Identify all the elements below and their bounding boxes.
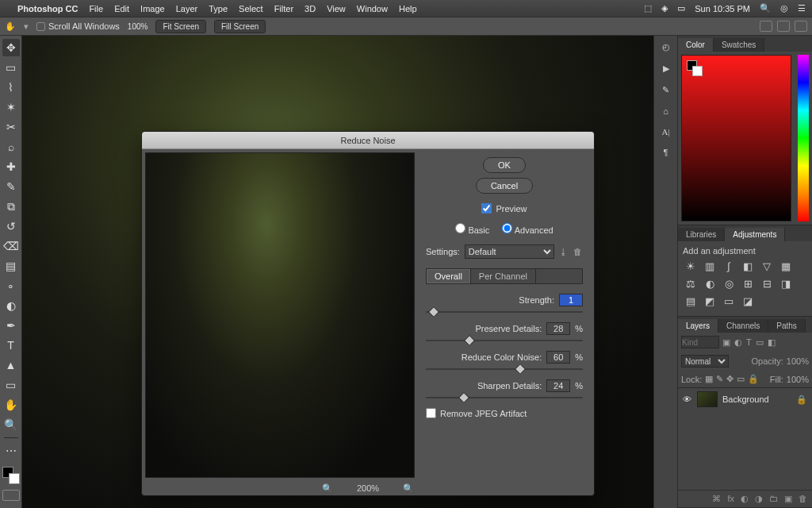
paragraph-panel-icon[interactable]: ¶ <box>664 148 668 157</box>
reduce-color-input[interactable] <box>546 351 570 364</box>
new-layer-icon[interactable]: ▣ <box>784 494 792 504</box>
ok-button[interactable]: OK <box>483 157 526 173</box>
mode-basic[interactable]: Basic <box>455 223 489 235</box>
brush-tool[interactable]: ✎ <box>2 178 20 195</box>
lock-paint-icon[interactable]: ✎ <box>716 374 723 384</box>
remove-jpeg-checkbox[interactable] <box>426 408 436 418</box>
fill-value[interactable]: 100% <box>787 375 809 384</box>
sharpen-details-input[interactable] <box>546 379 570 392</box>
curves-icon[interactable]: ∫ <box>722 260 735 271</box>
lock-icon[interactable]: 🔒 <box>796 394 807 405</box>
search-icon[interactable] <box>777 21 790 32</box>
bw-icon[interactable]: ◐ <box>703 278 716 289</box>
visibility-icon[interactable]: 👁 <box>683 394 692 404</box>
tab-paths[interactable]: Paths <box>768 319 806 333</box>
pen-tool[interactable]: ✒ <box>2 317 20 334</box>
opacity-value[interactable]: 100% <box>787 356 809 366</box>
selective-color-icon[interactable]: ◪ <box>741 295 754 306</box>
path-select-tool[interactable]: ▲ <box>2 356 20 374</box>
menu-extras-icon[interactable]: ☰ <box>798 3 806 13</box>
color-field[interactable] <box>681 55 791 221</box>
subtab-overall[interactable]: Overall <box>427 269 471 283</box>
color-swatches[interactable] <box>2 467 20 484</box>
zoom-out-icon[interactable]: 🔍 <box>322 483 333 494</box>
preserve-details-slider[interactable] <box>426 340 583 341</box>
quick-select-tool[interactable]: ✶ <box>2 98 20 116</box>
zoom-in-icon[interactable]: 🔍 <box>403 483 414 494</box>
lock-position-icon[interactable]: ✥ <box>726 374 733 384</box>
delete-preset-icon[interactable]: 🗑 <box>573 247 583 256</box>
lock-artboard-icon[interactable]: ▭ <box>737 374 745 384</box>
menu-view[interactable]: View <box>327 4 346 13</box>
app-name[interactable]: Photoshop CC <box>17 4 78 13</box>
filter-shape-icon[interactable]: ▭ <box>756 337 764 348</box>
preserve-details-input[interactable] <box>546 322 570 335</box>
filter-pixel-icon[interactable]: ▣ <box>722 337 730 348</box>
eyedropper-tool[interactable]: ⌕ <box>2 138 20 156</box>
zoom-value[interactable]: 100% <box>128 22 148 31</box>
tab-libraries[interactable]: Libraries <box>678 228 725 241</box>
levels-icon[interactable]: ▥ <box>703 260 716 271</box>
tab-swatches[interactable]: Swatches <box>714 38 764 52</box>
posterize-icon[interactable]: ▤ <box>684 295 697 306</box>
filter-type-icon[interactable]: T <box>746 337 752 348</box>
siri-icon[interactable]: ◎ <box>780 3 788 13</box>
channel-mixer-icon[interactable]: ⊞ <box>741 278 754 289</box>
mask-icon[interactable]: ◐ <box>741 494 749 504</box>
eraser-tool[interactable]: ⌫ <box>2 237 20 255</box>
tab-channels[interactable]: Channels <box>718 319 768 333</box>
share-icon[interactable] <box>795 21 807 32</box>
history-brush-tool[interactable]: ↺ <box>2 217 20 235</box>
hand-tool[interactable]: ✋ <box>2 396 20 414</box>
layer-thumbnail[interactable] <box>697 391 718 407</box>
character-panel-icon[interactable]: A| <box>661 127 669 137</box>
brush-panel-icon[interactable]: ✎ <box>662 85 669 95</box>
layer-name[interactable]: Background <box>722 394 769 404</box>
hue-slider[interactable] <box>798 55 809 221</box>
lasso-tool[interactable]: ⌇ <box>2 79 20 96</box>
invert-icon[interactable]: ◨ <box>779 278 792 289</box>
sharpen-details-slider[interactable] <box>426 397 583 398</box>
clone-tool[interactable]: ⧉ <box>2 198 20 215</box>
preview-checkbox[interactable] <box>481 203 492 214</box>
move-tool[interactable]: ✥ <box>2 39 20 56</box>
hand-tool-icon[interactable]: ✋ <box>5 21 16 32</box>
photo-filter-icon[interactable]: ◎ <box>722 278 735 289</box>
menu-file[interactable]: File <box>89 4 103 13</box>
battery-icon[interactable]: ▭ <box>677 3 685 13</box>
clock-text[interactable]: Sun 10:35 PM <box>695 4 750 13</box>
menu-type[interactable]: Type <box>209 4 228 13</box>
scroll-all-checkbox[interactable] <box>36 22 45 31</box>
lock-all-icon[interactable]: 🔒 <box>748 374 759 384</box>
edit-toolbar[interactable]: ⋯ <box>2 442 20 460</box>
zoom-tool[interactable]: 🔍 <box>2 416 20 433</box>
gradient-tool[interactable]: ▤ <box>2 257 20 275</box>
quick-mask-toggle[interactable] <box>2 490 20 501</box>
brush-settings-icon[interactable]: ⌂ <box>663 106 668 116</box>
menu-layer[interactable]: Layer <box>176 4 198 13</box>
menu-image[interactable]: Image <box>140 4 165 13</box>
fill-screen-button[interactable]: Fill Screen <box>214 20 266 33</box>
type-tool[interactable]: T <box>2 337 20 354</box>
history-panel-icon[interactable]: ◴ <box>662 42 670 52</box>
strength-input[interactable] <box>559 294 583 306</box>
crop-tool[interactable]: ✂ <box>2 118 20 136</box>
layer-row-background[interactable]: 👁 Background 🔒 <box>678 387 812 410</box>
tab-adjustments[interactable]: Adjustments <box>725 228 785 241</box>
exposure-icon[interactable]: ◧ <box>741 260 754 271</box>
dropbox-icon[interactable]: ⬚ <box>644 3 652 13</box>
save-preset-icon[interactable]: ⭳ <box>559 247 569 256</box>
cancel-button[interactable]: Cancel <box>476 178 533 194</box>
tab-layers[interactable]: Layers <box>678 319 718 333</box>
menu-help[interactable]: Help <box>399 4 417 13</box>
gradient-map-icon[interactable]: ▭ <box>722 295 735 306</box>
hue-icon[interactable]: ▦ <box>779 260 792 271</box>
color-balance-icon[interactable]: ⚖ <box>684 278 697 289</box>
brightness-icon[interactable]: ☀ <box>684 260 697 271</box>
wifi-icon[interactable]: ◈ <box>661 3 668 13</box>
delete-layer-icon[interactable]: 🗑 <box>799 494 807 504</box>
dialog-preview[interactable] <box>145 152 415 478</box>
tab-color[interactable]: Color <box>678 38 714 52</box>
settings-select[interactable]: Default <box>465 244 554 259</box>
preview-checkbox-row[interactable]: Preview <box>426 203 583 214</box>
